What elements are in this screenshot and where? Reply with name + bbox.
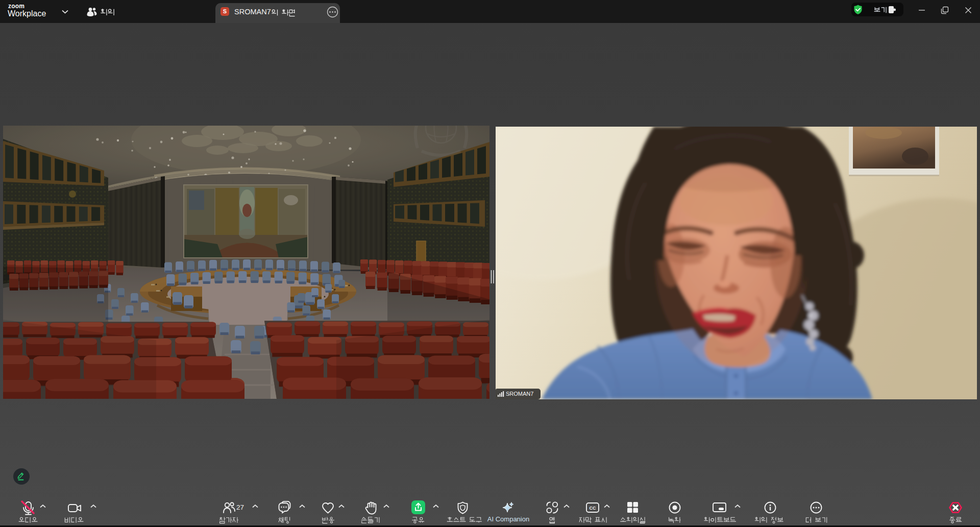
svg-text:CC: CC (590, 506, 596, 511)
